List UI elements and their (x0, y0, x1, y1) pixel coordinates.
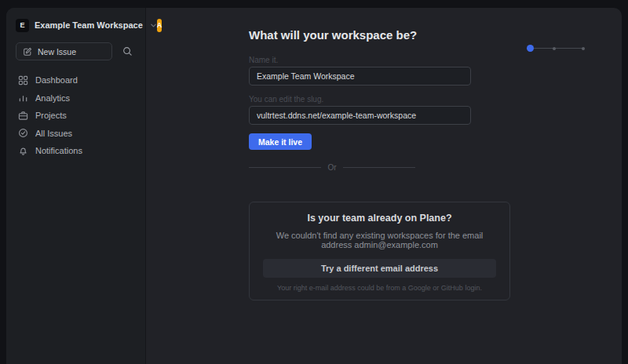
sidebar-item-notifications[interactable]: Notifications (16, 142, 136, 160)
invite-card-hint: Your right e-mail address could be from … (263, 284, 496, 292)
workspace-switcher[interactable]: E Example Team Workspace (16, 19, 157, 32)
workspace-logo: E (16, 19, 29, 32)
workspace-slug-input[interactable] (249, 106, 471, 125)
workspace-name-label: Name it. (249, 56, 622, 64)
make-it-live-button[interactable]: Make it live (249, 133, 312, 150)
workspace-name-input[interactable] (249, 67, 471, 86)
sidebar-item-analytics[interactable]: Analytics (16, 89, 136, 107)
app-window: E Example Team Workspace A (6, 8, 622, 364)
page-title: What will your workspace be? (249, 8, 622, 42)
sidebar-item-label: Analytics (35, 93, 70, 103)
sidebar-item-label: Notifications (35, 146, 82, 155)
search-button[interactable] (119, 43, 136, 60)
new-issue-label: New Issue (38, 47, 76, 56)
bar-chart-icon (17, 93, 28, 103)
invite-card-message: We couldn't find any existing workspaces… (263, 231, 496, 249)
invite-card-title: Is your team already on Plane? (263, 213, 496, 224)
onboarding-stepper (527, 45, 585, 52)
stepper-step-3 (582, 47, 585, 50)
workspace-header: E Example Team Workspace A (16, 16, 136, 35)
divider-label: Or (327, 163, 336, 172)
sidebar-item-dashboard[interactable]: Dashboard (16, 71, 136, 89)
sidebar-nav: Dashboard Analytics (16, 71, 136, 160)
sidebar-action-row: New Issue (16, 42, 136, 60)
sidebar: E Example Team Workspace A (6, 8, 146, 364)
try-different-email-button[interactable]: Try a different email address (263, 259, 496, 278)
workspace-slug-label: You can edit the slug. (249, 95, 622, 104)
existing-workspaces-card: Is your team already on Plane? We couldn… (249, 202, 510, 300)
sidebar-item-label: Dashboard (35, 75, 78, 85)
briefcase-icon (17, 111, 28, 121)
stepper-step-2 (553, 47, 556, 50)
stepper-step-1-active (527, 45, 534, 52)
check-circle-icon (17, 128, 28, 138)
divider-line-right (343, 167, 415, 168)
desktop-background: E Example Team Workspace A (0, 0, 628, 364)
grid-icon (17, 75, 28, 86)
divider-line-left (249, 167, 321, 168)
stepper-track (530, 48, 583, 49)
sidebar-item-label: Projects (35, 111, 67, 120)
onboarding-main: What will your workspace be? Name it. Yo… (146, 8, 622, 364)
pencil-square-icon (23, 47, 32, 56)
sidebar-item-label: All Issues (35, 129, 72, 138)
new-issue-button[interactable]: New Issue (16, 42, 112, 60)
or-divider: Or (249, 163, 415, 172)
bell-icon (17, 146, 28, 156)
sidebar-item-all-issues[interactable]: All Issues (16, 125, 136, 143)
workspace-name: Example Team Workspace (35, 20, 143, 30)
sidebar-item-projects[interactable]: Projects (16, 107, 136, 125)
magnifier-icon (122, 46, 133, 56)
